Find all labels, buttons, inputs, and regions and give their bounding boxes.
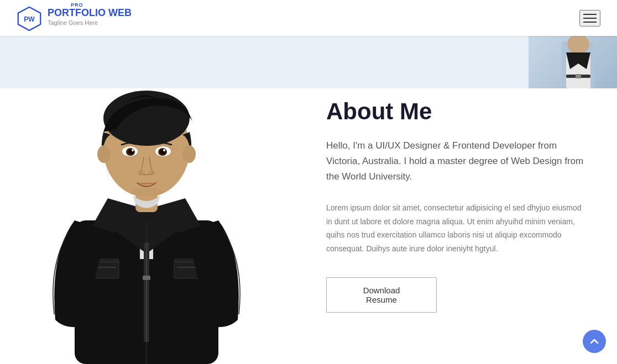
chevron-up-icon <box>589 336 599 346</box>
logo-hex-icon: PW <box>17 6 42 31</box>
about-section: About Me Hello, I'm a UI/UX Designer & F… <box>293 36 617 364</box>
scroll-to-top-button[interactable] <box>583 330 606 353</box>
logo-text: PRO PORTFOLIO WEB Tagline Goes Here <box>48 10 132 26</box>
logo-tagline: Tagline Goes Here <box>48 19 132 26</box>
about-lorem-text: Lorem ipsum dolor sit amet, consectetur … <box>326 201 589 255</box>
svg-point-29 <box>97 145 111 163</box>
svg-point-34 <box>132 149 134 151</box>
hamburger-line-1 <box>583 14 597 15</box>
photo-area <box>0 36 293 364</box>
svg-rect-25 <box>143 276 150 280</box>
svg-point-40 <box>148 170 156 176</box>
svg-point-39 <box>137 170 145 176</box>
hamburger-line-2 <box>583 18 597 19</box>
about-title: About Me <box>326 98 589 125</box>
svg-text:PW: PW <box>24 15 35 23</box>
person-photo <box>39 44 254 364</box>
hamburger-menu-button[interactable] <box>579 10 600 27</box>
about-intro-text: Hello, I'm a UI/UX Designer & Frontend D… <box>326 138 589 184</box>
logo-title: PORTFOLIO WEB <box>48 8 132 19</box>
logo-area: PW PRO PORTFOLIO WEB Tagline Goes Here <box>17 6 132 31</box>
svg-point-30 <box>182 145 196 163</box>
hamburger-line-3 <box>583 22 597 23</box>
main-content: About Me Hello, I'm a UI/UX Designer & F… <box>0 36 617 364</box>
svg-point-38 <box>163 149 165 151</box>
site-header: PW PRO PORTFOLIO WEB Tagline Goes Here <box>0 0 617 36</box>
svg-point-41 <box>130 187 163 196</box>
download-resume-button[interactable]: Download Resume <box>326 277 437 313</box>
